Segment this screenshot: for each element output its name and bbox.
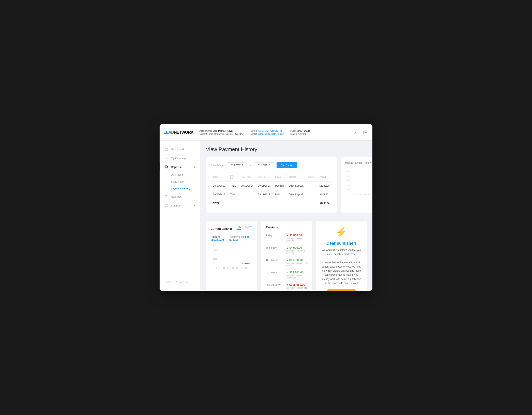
- run-report-button[interactable]: Run Report: [276, 162, 297, 168]
- earnings-comparison-last-30: In comparison with last month: [286, 287, 307, 291]
- sidebar-daily-report[interactable]: Daily Report: [160, 171, 200, 178]
- table-row: 10/17/2017 Trafic 09/18/2017 10/15/2017 …: [211, 182, 332, 190]
- cell-pay-from: 09/18/2017: [239, 182, 256, 190]
- months-chart-card: Months Payment History 50004000300020001…: [341, 157, 372, 212]
- main-layout: Dashboard My Campaigns Reports ▾ Daily R…: [160, 141, 372, 291]
- date-range-row: Date Range: to Run Report: [211, 162, 332, 168]
- current-time: Current Time: January 15, 2018 5:43 AM P…: [200, 133, 245, 135]
- email-info: Email: michael@leadnetwork.com: [251, 133, 284, 135]
- svg-point-7: [165, 195, 166, 196]
- balance-tab-month[interactable]: Month: [245, 226, 252, 230]
- sidebar-subid-report[interactable]: Subid Report: [160, 178, 200, 185]
- date-range-label: Date Range:: [211, 164, 224, 167]
- total-label: TOTAL: [211, 199, 317, 208]
- settings-icon: [164, 203, 169, 208]
- balance-bars-container: 28 29 01 02 03 04 $3.860.00: [218, 245, 252, 269]
- campaigns-icon: [164, 156, 169, 160]
- earnings-val-today: ▼$3.860.00 In comparison with yesterday: [286, 234, 307, 242]
- header-actions: [352, 129, 368, 136]
- date-to-input[interactable]: [254, 163, 274, 168]
- date-from-input[interactable]: [227, 163, 247, 168]
- earnings-value-today: ▼$3.860.00: [286, 234, 307, 237]
- total-row: TOTAL $1654.60: [211, 199, 332, 208]
- col-pay-from: Pay From: [239, 173, 256, 182]
- balance-card-title: Current Balance: [211, 227, 233, 231]
- cell-pay-to: 10/15/2017: [256, 182, 273, 190]
- balance-tab-day[interactable]: Day: [237, 226, 241, 230]
- bar-col-04: 04: [240, 266, 243, 269]
- publisher-id-info: Publisher ID: 24124: [290, 130, 310, 132]
- col-method: Method: [286, 173, 306, 182]
- cell-date: 10/17/2017: [211, 182, 228, 190]
- cell-memo: [306, 190, 317, 199]
- earnings-card-title: Earnings: [266, 226, 278, 229]
- earnings-label-yesterday: Yesterday:: [266, 246, 286, 249]
- balance-amount-value[interactable]: $80.560.00: [211, 238, 224, 241]
- earnings-comparison-yesterday: In comparison with 2 days ago: [286, 250, 307, 254]
- earnings-row-today: Today: ▼$3.860.00 In comparison with yes…: [266, 232, 307, 244]
- performance-boost-button[interactable]: Performance Boost: [327, 290, 355, 291]
- reports-chevron: ▾: [194, 166, 195, 168]
- earnings-comparison-last-week: In comparison with 2 weeks ago: [286, 274, 307, 279]
- col-amount: Amount: [317, 173, 332, 182]
- status-info: Status: Active: [290, 133, 310, 135]
- earnings-val-this-week: ▲$69.590.00 In comparison with last week: [286, 258, 307, 267]
- table-row: 09/20/2017 Trafic 09/17/2017 Paid Direct…: [211, 190, 332, 199]
- cell-method: DirectDeposit: [286, 182, 306, 190]
- sidebar-item-settings[interactable]: Settings ▾: [160, 201, 200, 210]
- cell-pay-to: 09/17/2017: [256, 190, 273, 199]
- bottom-row: Current Balance Day Month Amount: $80.56…: [206, 221, 367, 291]
- sidebar-dashboard-label: Dashboard: [171, 148, 184, 151]
- sidebar-item-dashboard[interactable]: Dashboard: [160, 145, 200, 154]
- earnings-label-today: Today:: [266, 234, 286, 237]
- payment-table: Date Pay For Pay From Pay To Status Meth…: [211, 173, 332, 208]
- bar-03: [236, 266, 239, 266]
- logo: LEADNETWORK: [164, 130, 193, 135]
- svg-rect-2: [165, 157, 168, 159]
- earnings-value-last-week: ▲$52.301.00: [286, 271, 307, 274]
- performance-boost-card: ⚡ Dear publisher! We would like to infor…: [316, 221, 367, 291]
- balance-tabs: Day Month: [237, 226, 252, 230]
- cell-status: Pending: [273, 182, 286, 190]
- sidebar-referrals-label: Referrals: [171, 195, 182, 198]
- earnings-row-this-week: This Week: ▲$69.590.00 In comparison wit…: [266, 256, 307, 269]
- boost-btn-row: ≡≡ Performance Boost ≡≡: [321, 290, 362, 291]
- header-info: Account Manager: Michael Koval Current T…: [200, 130, 352, 135]
- bar-28: [218, 266, 221, 266]
- months-bar-col: 03: [368, 193, 371, 195]
- earnings-val-yesterday: ▲$4.520.00 In comparison with 2 days ago: [286, 246, 307, 254]
- cell-method: DirectDeposit: [286, 190, 306, 199]
- cell-pay-from: [239, 190, 256, 199]
- sidebar-item-campaigns[interactable]: My Campaigns: [160, 154, 200, 163]
- bar-col-05: $3.860.00 05: [245, 266, 247, 269]
- col-pay-to: Pay To: [256, 173, 273, 182]
- active-indicator: [160, 163, 160, 171]
- cell-date: 09/20/2017: [211, 190, 228, 199]
- balance-chart: 500040003000200010000: [211, 245, 252, 275]
- bar-col-01: 01: [227, 266, 230, 269]
- page-title: View Payment History: [206, 146, 367, 153]
- balance-bars: 28 29 01 02 03 04 $3.860.00: [218, 245, 252, 269]
- bar-col-03: 03: [236, 266, 239, 269]
- sidebar-item-referrals[interactable]: Referrals: [160, 192, 200, 201]
- bar-05-tooltip: $3.860.00: [242, 262, 250, 264]
- bar-05-highlighted: $3.860.00: [245, 266, 247, 266]
- earnings-card: Earnings Today: ▼$3.860.00 In comparison…: [261, 221, 312, 291]
- logout-icon[interactable]: [362, 129, 368, 136]
- to-label: to: [249, 164, 251, 167]
- sidebar-settings-label: Settings: [171, 204, 180, 207]
- cell-amount: $1249.30: [317, 182, 332, 190]
- earnings-label-this-week: This Week:: [266, 259, 286, 262]
- skype-info: Skype: live:1e549e79d51e948c: [251, 130, 284, 132]
- status-dot: [305, 133, 306, 135]
- bar-06: [249, 266, 252, 266]
- months-bar-col: 12: [355, 193, 359, 195]
- bar-04: [240, 266, 243, 266]
- sidebar-payment-history[interactable]: Payment History: [160, 185, 200, 192]
- current-balance-card: Current Balance Day Month Amount: $80.56…: [206, 221, 257, 291]
- profile-icon[interactable]: [352, 129, 359, 136]
- col-pay-for: Pay For: [228, 173, 239, 182]
- payment-history-card: Date Range: to Run Report Date Pay For P…: [206, 157, 337, 212]
- earnings-row-last-30: Last 30 Days: ▼$365.552.00 In comparison…: [266, 281, 307, 291]
- sidebar-item-reports[interactable]: Reports ▾: [160, 163, 200, 171]
